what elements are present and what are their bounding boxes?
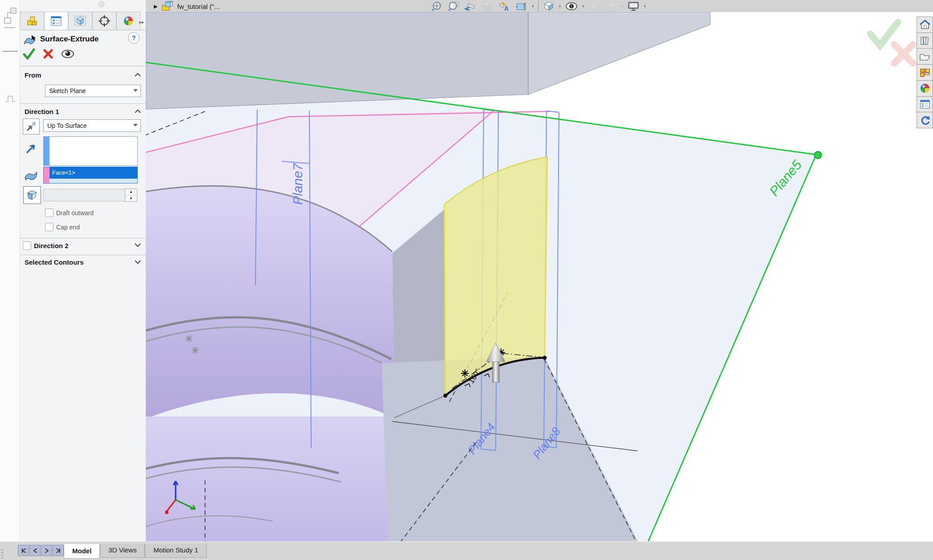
- flyout-featuremanager[interactable]: ▶ fw_tutorial ("...: [154, 1, 220, 12]
- expand-chevron-icon[interactable]: [134, 258, 141, 266]
- sketch-endpoint[interactable]: [543, 356, 547, 360]
- view-settings-icon[interactable]: [627, 1, 640, 12]
- palette-tiles-icon: [920, 68, 930, 78]
- from-group-header[interactable]: From: [25, 71, 41, 79]
- direction2-checkbox[interactable]: [23, 241, 31, 250]
- preview-eye-button[interactable]: [61, 49, 74, 59]
- spin-down-icon: ▼: [125, 196, 137, 202]
- direction2-row: Direction 2: [23, 241, 69, 250]
- previous-view-icon[interactable]: [464, 1, 477, 12]
- direction-reference-list[interactable]: [49, 137, 137, 165]
- collapse-chevron-icon[interactable]: [134, 108, 141, 115]
- hide-show-items-icon[interactable]: [565, 1, 578, 12]
- appearance-sphere-icon: [123, 15, 134, 27]
- selected-face-item[interactable]: Face<1>: [49, 167, 137, 179]
- view-palette-button[interactable]: [917, 64, 933, 81]
- cap-end-row: Cap end: [45, 223, 80, 231]
- solidworks-resources-button[interactable]: [917, 112, 933, 128]
- zoom-to-area-icon[interactable]: [448, 1, 460, 12]
- panel-splitter-grip[interactable]: [99, 1, 104, 7]
- file-explorer-button[interactable]: [917, 48, 933, 65]
- end-condition-combobox[interactable]: Up To Surface: [43, 119, 141, 132]
- dimxpert-target-icon: [99, 15, 110, 27]
- tab-appearances[interactable]: [116, 12, 140, 30]
- plane5-vertex-handle[interactable]: [814, 151, 822, 159]
- tab-dimxpertmanager[interactable]: [92, 12, 116, 30]
- tab-navigation-buttons[interactable]: [18, 545, 64, 556]
- last-tab-button[interactable]: [53, 545, 64, 556]
- reverse-direction-button[interactable]: [23, 119, 40, 135]
- dynamic-annotation-views-icon[interactable]: A: [497, 1, 510, 12]
- design-library-button[interactable]: [917, 33, 933, 49]
- svg-text:A: A: [504, 5, 509, 12]
- direction-reference-pickbox[interactable]: [43, 136, 138, 166]
- headsup-toolbar: A ▾ ▾ ▾: [431, 0, 646, 12]
- confirmation-corner: [864, 17, 922, 68]
- dropdown-caret-icon[interactable]: ▾: [621, 4, 624, 8]
- draft-button[interactable]: [23, 186, 41, 204]
- active-pickbar-pink: [44, 167, 49, 183]
- direction2-group-header[interactable]: Direction 2: [34, 242, 69, 249]
- home-tab-button[interactable]: [917, 16, 933, 33]
- home-icon: [919, 19, 931, 30]
- selected-contours-group-header[interactable]: Selected Contours: [25, 258, 84, 266]
- edit-appearance-icon[interactable]: [588, 1, 601, 12]
- zoom-to-fit-icon[interactable]: [431, 1, 444, 12]
- panel-title: Surface-Extrude: [40, 35, 99, 44]
- viewport-top-bar: ▶ fw_tutorial ("...: [146, 0, 933, 12]
- sync-arrows-icon: [919, 114, 931, 126]
- tab-scroll-arrows[interactable]: ◂▸: [139, 20, 145, 25]
- purple-surface-lower[interactable]: [146, 417, 394, 541]
- collapse-chevron-icon[interactable]: [134, 71, 141, 78]
- sketch-hierarchy-icon: [0, 0, 20, 134]
- section-view-icon[interactable]: [481, 1, 493, 12]
- tab-displaymanager[interactable]: [68, 12, 92, 30]
- dimension-box-icon[interactable]: [514, 1, 528, 12]
- confirm-cancel-mark[interactable]: [894, 45, 913, 63]
- draft-outward-checkbox[interactable]: [45, 208, 53, 217]
- dropdown-caret-icon[interactable]: ▾: [532, 4, 534, 8]
- dropdown-caret-icon[interactable]: ▾: [582, 4, 584, 8]
- tab-3d-views[interactable]: 3D Views: [100, 544, 145, 558]
- dropdown-caret-icon[interactable]: ▾: [559, 4, 561, 8]
- draft-angle-spinner[interactable]: ▲ ▼: [125, 188, 137, 202]
- propertymanager-icon: [50, 15, 62, 27]
- cancel-button[interactable]: [43, 49, 53, 59]
- statusbar-grip: [1, 549, 3, 558]
- block-side-face[interactable]: [528, 12, 710, 94]
- sketch-endpoint[interactable]: [444, 394, 448, 398]
- surface-reference-pickbox[interactable]: Face<1>: [43, 167, 138, 184]
- graphics-area[interactable]: Plane7 Plane4 Plane8 Plane5: [146, 12, 933, 541]
- tab-model[interactable]: Model: [64, 544, 100, 559]
- first-tab-button[interactable]: [18, 545, 29, 556]
- reverse-direction-icon: [25, 121, 37, 132]
- draft-angle-input: [43, 189, 125, 201]
- previous-tab-button[interactable]: [29, 545, 41, 556]
- flyout-expand-icon[interactable]: ▶: [154, 4, 157, 9]
- dropdown-caret-icon[interactable]: ▾: [644, 4, 646, 8]
- next-tab-button[interactable]: [41, 545, 52, 556]
- expand-chevron-icon[interactable]: [134, 241, 141, 249]
- property-manager-panel: ◂▸ Surface-Extrude ? From: [20, 0, 146, 541]
- ok-button[interactable]: [23, 48, 35, 60]
- tab-motion-study-1[interactable]: Motion Study 1: [145, 544, 206, 558]
- surface-extrude-icon: [24, 33, 37, 45]
- featuremanager-tree-icon: [26, 15, 38, 27]
- custom-properties-button[interactable]: [917, 96, 933, 113]
- manager-tab-bar: [20, 12, 146, 30]
- solidworks-window: ◂▸ Surface-Extrude ? From: [0, 0, 933, 560]
- plane7-label[interactable]: Plane7: [290, 163, 305, 205]
- tab-featuremanager[interactable]: [20, 12, 44, 30]
- block-front-face[interactable]: [146, 12, 528, 109]
- direction1-group-header[interactable]: Direction 1: [25, 108, 59, 115]
- surface-reference-list[interactable]: Face<1>: [49, 167, 137, 183]
- left-edge-strip: [0, 0, 20, 541]
- document-name[interactable]: fw_tutorial ("...: [177, 3, 219, 10]
- view-orientation-icon[interactable]: [543, 1, 555, 12]
- tab-propertymanager[interactable]: [44, 12, 68, 30]
- help-button[interactable]: ?: [128, 32, 140, 44]
- appearances-scenes-button[interactable]: [917, 80, 933, 97]
- apply-scene-icon[interactable]: [605, 1, 617, 12]
- from-combobox[interactable]: Sketch Plane: [45, 85, 141, 97]
- cap-end-checkbox[interactable]: [45, 223, 53, 231]
